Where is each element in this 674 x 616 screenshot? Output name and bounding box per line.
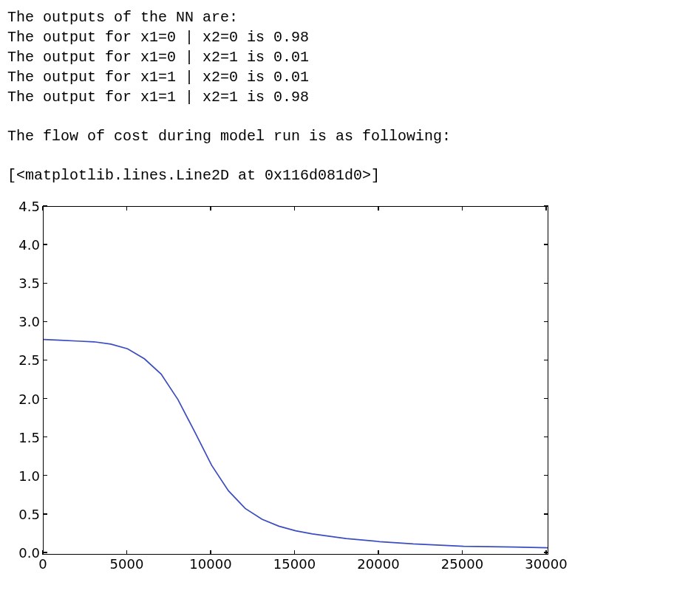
- output-header: The outputs of the NN are:: [7, 7, 667, 27]
- x-tick-label: 15000: [273, 556, 316, 572]
- plot-area: [43, 206, 548, 555]
- output-row: The output for x1=1 | x2=1 is 0.98: [7, 87, 667, 107]
- x-tick-label: 5000: [110, 556, 144, 572]
- x-tick-label: 25000: [441, 556, 483, 572]
- y-tick-label: 4.5: [10, 199, 40, 214]
- output-row: The output for x1=1 | x2=0 is 0.01: [7, 67, 667, 87]
- x-tick-label: 10000: [189, 556, 231, 572]
- output-row: The output for x1=0 | x2=0 is 0.98: [7, 27, 667, 47]
- y-tick-label: 2.0: [10, 391, 40, 406]
- cost-header: The flow of cost during model run is as …: [7, 126, 667, 146]
- cost-curve: [44, 207, 548, 554]
- output-row: The output for x1=0 | x2=1 is 0.01: [7, 47, 667, 67]
- x-tick-label: 0: [38, 556, 47, 572]
- y-tick-label: 3.0: [10, 314, 40, 329]
- y-tick-label: 0.5: [10, 506, 40, 521]
- cost-chart: 0.00.51.01.52.02.53.03.54.04.50500010000…: [7, 202, 554, 569]
- y-tick-label: 4.0: [10, 237, 40, 253]
- y-tick-label: 1.0: [10, 468, 40, 483]
- y-tick-label: 3.5: [10, 276, 40, 291]
- x-tick-label: 20000: [357, 556, 399, 572]
- x-tick-label: 30000: [525, 556, 567, 572]
- y-tick-label: 2.5: [10, 352, 40, 368]
- matplotlib-repr: [<matplotlib.lines.Line2D at 0x116d081d0…: [7, 165, 667, 185]
- y-tick-label: 0.0: [10, 545, 40, 561]
- y-tick-label: 1.5: [10, 429, 40, 445]
